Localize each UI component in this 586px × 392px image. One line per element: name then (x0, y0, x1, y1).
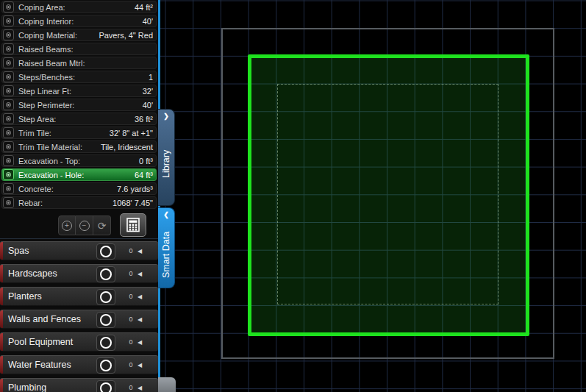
visibility-icon[interactable] (3, 15, 14, 26)
collapse-arrow-icon[interactable]: ◀ (137, 248, 142, 254)
measurement-row[interactable]: Raised Beam Mtrl: (1, 57, 157, 69)
refresh-button[interactable]: ⟳ (93, 215, 111, 235)
category-stripe (0, 242, 3, 260)
measurement-label: Step Area: (18, 115, 56, 124)
chevron-left-icon: ❮ (163, 212, 169, 218)
design-canvas[interactable] (160, 0, 586, 392)
collapsed-tab-stub[interactable] (158, 377, 176, 392)
visibility-icon[interactable] (3, 169, 14, 180)
visibility-icon[interactable] (3, 183, 14, 194)
measurement-value: 36 ft² (135, 115, 153, 124)
remove-button[interactable]: − (76, 215, 93, 235)
category-row[interactable]: Water Features0◀ (0, 355, 158, 374)
tab-smart-data-label: Smart Data (161, 218, 171, 288)
circle-icon (100, 246, 112, 257)
collapse-arrow-icon[interactable]: ◀ (137, 362, 142, 368)
category-list: Spas0◀Hardscapes0◀Planters0◀Walls and Fe… (0, 238, 158, 392)
calculator-button[interactable] (120, 213, 146, 237)
calculator-icon (126, 218, 140, 232)
measurement-value: 7.6 yards³ (117, 185, 153, 193)
measurement-list: Coping Area:44 ft²Coping Interior:40'Cop… (0, 1, 158, 210)
measurement-value: Pavers, 4" Red (99, 31, 153, 40)
visibility-icon[interactable] (3, 99, 14, 110)
measurement-row[interactable]: Step Area:36 ft² (1, 113, 157, 125)
smart-data-toolbar: + − ⟳ (0, 213, 158, 238)
measurement-row[interactable]: Trim Tile:32' 8" at +1" (1, 126, 157, 139)
measurement-row[interactable]: Coping Material:Pavers, 4" Red (1, 29, 157, 41)
visibility-icon[interactable] (3, 113, 14, 124)
category-row[interactable]: Spas0◀ (0, 241, 158, 260)
circle-icon (100, 268, 112, 280)
visibility-knob-button[interactable] (96, 266, 115, 282)
category-count: 0 (126, 293, 136, 300)
measurement-label: Concrete: (18, 185, 54, 193)
excavation-hole-outline (277, 84, 499, 304)
measurement-row[interactable]: Steps/Benches:1 (1, 71, 157, 83)
measurement-row[interactable]: Rebar:1068' 7.45" (1, 196, 157, 209)
plus-circle-icon: + (62, 221, 72, 231)
visibility-icon[interactable] (3, 1, 14, 13)
category-stripe (0, 379, 3, 392)
category-stripe (0, 265, 3, 282)
visibility-icon[interactable] (3, 57, 14, 68)
visibility-knob-button[interactable] (96, 357, 115, 374)
category-row[interactable]: Walls and Fences0◀ (0, 310, 158, 329)
visibility-icon[interactable] (3, 43, 14, 54)
measurement-row[interactable]: Step Perimeter:40' (1, 99, 157, 111)
visibility-icon[interactable] (3, 197, 14, 208)
measurement-row[interactable]: Excavation - Hole:64 ft³ (1, 168, 157, 181)
measurement-label: Raised Beams: (18, 45, 74, 54)
category-label: Pool Equipment (8, 337, 73, 347)
category-label: Spas (8, 246, 29, 256)
measurement-value: 44 ft² (135, 3, 153, 12)
circle-icon (100, 360, 112, 371)
pool-design-app: Coping Area:44 ft²Coping Interior:40'Cop… (0, 0, 586, 392)
visibility-knob-button[interactable] (96, 335, 115, 351)
visibility-icon[interactable] (3, 71, 14, 82)
visibility-icon[interactable] (3, 85, 14, 96)
measurement-value: 1068' 7.45" (112, 199, 153, 207)
visibility-icon[interactable] (3, 127, 14, 138)
category-row[interactable]: Pool Equipment0◀ (0, 332, 158, 352)
measurement-label: Raised Beam Mtrl: (18, 59, 85, 68)
visibility-knob-button[interactable] (96, 289, 115, 305)
collapse-arrow-icon[interactable]: ◀ (137, 316, 142, 323)
visibility-icon[interactable] (3, 155, 14, 166)
measurement-row[interactable]: Excavation - Top:0 ft³ (1, 154, 157, 167)
category-stripe (0, 333, 3, 351)
measurement-label: Coping Area: (18, 3, 65, 12)
collapse-arrow-icon[interactable]: ◀ (137, 339, 142, 346)
add-button[interactable]: + (58, 215, 76, 235)
measurement-row[interactable]: Concrete:7.6 yards³ (1, 182, 157, 195)
visibility-icon[interactable] (3, 141, 14, 152)
minus-circle-icon: − (79, 221, 90, 231)
category-count: 0 (126, 384, 136, 391)
visibility-knob-button[interactable] (96, 243, 115, 260)
category-row[interactable]: Planters0◀ (0, 287, 158, 306)
collapse-arrow-icon[interactable]: ◀ (137, 385, 142, 391)
category-count: 0 (126, 361, 136, 368)
category-count: 0 (126, 270, 136, 277)
measurement-label: Coping Interior: (18, 17, 74, 26)
measurement-label: Step Linear Ft: (18, 87, 71, 96)
smart-data-panel: Coping Area:44 ft²Coping Interior:40'Cop… (0, 0, 158, 392)
visibility-knob-button[interactable] (96, 312, 115, 328)
tab-smart-data[interactable]: ❮ Smart Data (158, 207, 175, 288)
measurement-row[interactable]: Raised Beams: (1, 43, 157, 55)
visibility-knob-button[interactable] (96, 380, 115, 392)
visibility-icon[interactable] (3, 29, 14, 40)
measurement-value: 32' 8" at +1" (110, 129, 153, 138)
measurement-label: Rebar: (18, 199, 43, 207)
measurement-row[interactable]: Coping Interior:40' (1, 15, 157, 27)
category-row[interactable]: Plumbing0◀ (0, 378, 158, 392)
measurement-row[interactable]: Coping Area:44 ft² (1, 1, 157, 13)
measurement-value: 64 ft³ (135, 171, 153, 179)
tab-library[interactable]: ❯ Library (158, 109, 175, 206)
measurement-value: 40' (143, 17, 153, 26)
collapse-arrow-icon[interactable]: ◀ (137, 293, 142, 300)
measurement-row[interactable]: Trim Tile Material:Tile, Iridescent (1, 140, 157, 153)
category-row[interactable]: Hardscapes0◀ (0, 264, 158, 283)
measurement-value: 1 (149, 73, 153, 82)
collapse-arrow-icon[interactable]: ◀ (137, 271, 142, 277)
measurement-row[interactable]: Step Linear Ft:32' (1, 85, 157, 97)
